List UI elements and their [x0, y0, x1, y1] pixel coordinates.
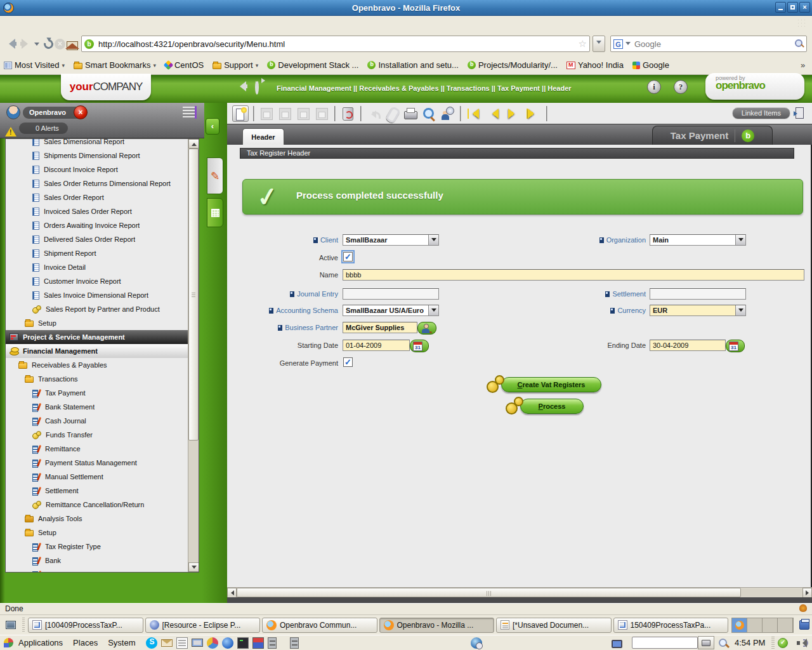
bookmark-item[interactable]: Smart Bookmarks: [74, 60, 156, 70]
new-record-icon[interactable]: [232, 105, 249, 122]
maximize-button[interactable]: [787, 2, 798, 13]
client-select[interactable]: SmallBazaar: [343, 234, 439, 246]
bookmarks-overflow-chevron[interactable]: »: [801, 60, 805, 70]
scrollbar-thumb[interactable]: [188, 149, 199, 441]
sidebar-item[interactable]: Bank: [6, 554, 188, 567]
info-button[interactable]: i: [647, 80, 661, 94]
bookmark-item[interactable]: CentOS: [165, 60, 204, 70]
first-record-icon[interactable]: [465, 105, 483, 122]
scrollbar-thumb[interactable]: [237, 588, 741, 597]
next-record-icon[interactable]: [504, 105, 522, 122]
taskbar-window-button[interactable]: [100409ProcessTaxP...: [28, 618, 143, 633]
chart-pie-icon[interactable]: [207, 637, 218, 649]
url-bar[interactable]: b ☆: [81, 36, 590, 52]
bookmark-item[interactable]: Projects/Modularity/...: [468, 60, 558, 70]
display-settings-icon[interactable]: [612, 640, 622, 648]
thunderbird-icon[interactable]: [222, 637, 233, 649]
sidebar-item[interactable]: Funds Transfer: [6, 428, 188, 442]
evolution-icon[interactable]: [161, 639, 173, 647]
bookmark-item[interactable]: Yahoo! India: [566, 60, 624, 70]
archive-manager-icon[interactable]: [290, 637, 299, 649]
panel-menu[interactable]: System: [103, 638, 140, 647]
update-notifier-icon[interactable]: [778, 638, 788, 648]
create-vat-registers-button[interactable]: Create Vat Registers: [501, 377, 601, 392]
sidebar-item[interactable]: Receivables & Payables: [6, 358, 188, 372]
chevron-down-icon[interactable]: [428, 235, 438, 245]
generate-payment-checkbox[interactable]: ✓: [343, 357, 353, 367]
bookmark-star-icon[interactable]: ☆: [579, 38, 587, 50]
starting-date-calendar-icon[interactable]: 31: [410, 340, 429, 352]
home-button[interactable]: [67, 34, 78, 53]
scroll-up-button[interactable]: [188, 139, 199, 149]
save-icon[interactable]: [295, 105, 311, 122]
settlement-field[interactable]: [650, 288, 746, 300]
forward-button[interactable]: [19, 34, 33, 53]
reload-button[interactable]: [44, 34, 53, 53]
chevron-down-icon[interactable]: [428, 305, 438, 315]
search-applet-icon[interactable]: [718, 638, 728, 648]
sidebar-item[interactable]: Bank Statement: [6, 400, 188, 414]
horizontal-scrollbar[interactable]: [227, 587, 812, 597]
tab-header[interactable]: Header: [242, 128, 284, 145]
edit-mode-tab[interactable]: ✎: [207, 157, 223, 194]
panel-menu[interactable]: Places: [68, 638, 103, 647]
business-partner-field[interactable]: McGiver Supplies: [343, 322, 417, 333]
search-engine-icon[interactable]: G: [613, 39, 623, 49]
clock[interactable]: 4:54 PM: [735, 638, 765, 647]
taskbar-window-button[interactable]: Openbravo Commun...: [262, 618, 377, 633]
sidebar-item[interactable]: Remittance Cancellation/Return: [6, 498, 188, 512]
sidebar-item[interactable]: Sales Report by Partner and Product: [6, 302, 188, 316]
globe-time-icon[interactable]: [471, 637, 482, 649]
sidebar-item[interactable]: Sales Order Report: [6, 190, 188, 204]
save-new-icon[interactable]: [258, 105, 275, 122]
linked-items-icon[interactable]: [793, 105, 809, 122]
sidebar-item[interactable]: Settlement: [6, 484, 188, 498]
chevron-down-icon[interactable]: [735, 235, 745, 245]
skype-icon[interactable]: [146, 637, 157, 649]
currency-select[interactable]: EUR: [650, 305, 746, 316]
search-input[interactable]: [633, 39, 792, 50]
sidebar-item[interactable]: Transactions: [6, 372, 188, 386]
collapse-sidebar-button[interactable]: ‹: [206, 118, 219, 135]
expand-menu-icon[interactable]: [183, 107, 195, 118]
minimize-button[interactable]: [775, 2, 786, 13]
taskbar-window-button[interactable]: [Resource - Eclipse P...: [145, 618, 261, 633]
url-input[interactable]: [97, 39, 575, 50]
active-checkbox[interactable]: ✓: [343, 252, 353, 262]
sidebar-item[interactable]: Invoice Detail: [6, 260, 188, 274]
ending-date-calendar-icon[interactable]: 31: [726, 340, 745, 352]
bookmark-item[interactable]: Installation and setu...: [367, 60, 458, 70]
sidebar-item[interactable]: Shipment Report: [6, 246, 188, 260]
notes-icon[interactable]: [176, 637, 188, 649]
linked-items-button[interactable]: Linked Items: [732, 107, 790, 119]
browser-menu-item[interactable]: [5, 22, 15, 26]
trash-icon[interactable]: [799, 620, 809, 630]
search-engine-dropdown[interactable]: [625, 42, 631, 48]
panel-handle[interactable]: [771, 637, 775, 649]
screenshot-icon[interactable]: [192, 639, 203, 647]
taskbar-window-button[interactable]: 150409ProcessTaxPa...: [613, 618, 729, 633]
sidebar-item[interactable]: Discount Invoice Report: [6, 162, 188, 176]
applications-menu-icon[interactable]: [4, 638, 13, 647]
browser-menu-item[interactable]: [39, 22, 49, 26]
workspace-1[interactable]: [732, 618, 747, 632]
sidebar-item[interactable]: Sales Invoice Dimensional Report: [6, 288, 188, 302]
back-button[interactable]: [4, 34, 18, 53]
sidebar-item[interactable]: Remittance: [6, 442, 188, 456]
sidebar-item[interactable]: Tax Register Type: [6, 540, 188, 554]
taskbar-window-button[interactable]: [*Unsaved Documen...: [496, 618, 612, 633]
bookmark-item[interactable]: Most Visited: [4, 60, 65, 70]
sidebar-item[interactable]: Cashbook: [6, 567, 188, 573]
search-record-icon[interactable]: [421, 105, 437, 122]
sidebar-item[interactable]: Sales Dimensional Report: [6, 138, 188, 149]
stop-button[interactable]: ×: [55, 34, 65, 53]
search-bar[interactable]: G: [610, 36, 807, 52]
workspace-switcher[interactable]: [731, 618, 794, 633]
save-return-icon[interactable]: [313, 105, 330, 122]
url-dropdown-button[interactable]: [593, 36, 605, 52]
bookmark-item[interactable]: Support: [213, 60, 258, 70]
sidebar-item[interactable]: Financial Management: [6, 344, 188, 358]
alerts-badge[interactable]: 0 Alerts: [19, 123, 68, 134]
deskbar-applet[interactable]: [698, 636, 714, 649]
sidebar-item[interactable]: Customer Invoice Report: [6, 274, 188, 288]
